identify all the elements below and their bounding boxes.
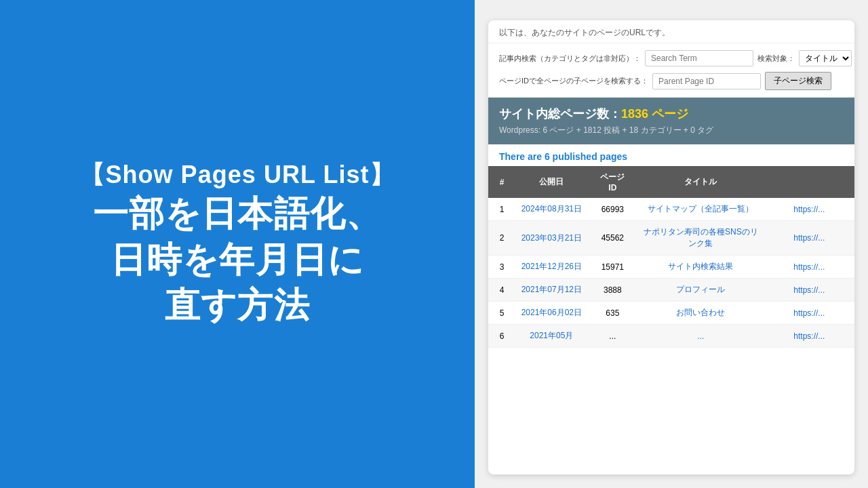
cell-url: https://... xyxy=(764,325,854,348)
cell-num: 2 xyxy=(488,221,515,256)
cell-date: 2021年07月12日 xyxy=(515,279,588,302)
url-link[interactable]: https://... xyxy=(793,262,825,272)
stats-detail: Wordpress: 6 ページ + 1812 投稿 + 18 カテゴリー + … xyxy=(499,125,844,136)
table-row: 22023年03月21日45562ナポリタン寿司の各種SNSのリンク集https… xyxy=(488,221,854,256)
cell-title: ナポリタン寿司の各種SNSのリンク集 xyxy=(637,221,764,256)
cell-title: ... xyxy=(637,325,764,348)
table-header-row: # 公開日 ページID タイトル xyxy=(488,166,854,198)
cell-title: プロフィール xyxy=(637,279,764,302)
cell-url: https://... xyxy=(764,302,854,325)
url-link[interactable]: https://... xyxy=(793,308,825,318)
stats-title: サイト内総ページ数：1836 ページ xyxy=(499,106,844,122)
th-title: タイトル xyxy=(637,166,764,198)
left-title-line1: 【Show Pages URL List】 xyxy=(80,159,394,191)
table-row: 62021年05月......https://... xyxy=(488,325,854,348)
cell-id: 635 xyxy=(588,302,637,325)
title-link[interactable]: ナポリタン寿司の各種SNSのリンク集 xyxy=(644,227,758,248)
left-title-line2: 一部を日本語化、 xyxy=(80,191,394,237)
subpage-input[interactable] xyxy=(652,73,761,89)
left-title: 【Show Pages URL List】 一部を日本語化、 日時を年月日に 直… xyxy=(80,159,394,329)
cell-title: お問い合わせ xyxy=(637,302,764,325)
cell-num: 5 xyxy=(488,302,515,325)
cell-title: サイト内検索結果 xyxy=(637,256,764,279)
cell-num: 1 xyxy=(488,198,515,221)
pages-table: # 公開日 ページID タイトル 12024年08月31日66993サイトマップ… xyxy=(488,166,854,348)
url-link[interactable]: https://... xyxy=(793,331,825,341)
published-label: There are 6 published pages xyxy=(488,144,854,166)
cell-date: 2021年12月26日 xyxy=(515,256,588,279)
date-link[interactable]: 2023年03月21日 xyxy=(521,233,582,243)
cell-date: 2024年08月31日 xyxy=(515,198,588,221)
title-link[interactable]: お問い合わせ xyxy=(676,308,725,317)
cell-id: ... xyxy=(588,325,637,348)
date-link[interactable]: 2021年12月26日 xyxy=(521,262,582,271)
cell-date: 2023年03月21日 xyxy=(515,221,588,256)
cell-date: 2021年06月02日 xyxy=(515,302,588,325)
search-row: 記事内検索（カテゴリとタグは非対応）： 検索対象： タイトル Search xyxy=(499,50,844,66)
table-row: 52021年06月02日635お問い合わせhttps://... xyxy=(488,302,854,325)
cell-num: 4 xyxy=(488,279,515,302)
title-link[interactable]: プロフィール xyxy=(676,285,725,294)
url-link[interactable]: https://... xyxy=(793,285,825,295)
table-row: 42021年07月12日3888プロフィールhttps://... xyxy=(488,279,854,302)
search-area: 記事内検索（カテゴリとタグは非対応）： 検索対象： タイトル Search ペー… xyxy=(488,43,854,98)
cell-id: 45562 xyxy=(588,221,637,256)
top-note: 以下は、あなたのサイトのページのURLです。 xyxy=(488,20,854,43)
date-link[interactable]: 2021年06月02日 xyxy=(521,308,582,317)
cell-url: https://... xyxy=(764,221,854,256)
cell-date: 2021年05月 xyxy=(515,325,588,348)
date-link[interactable]: 2021年07月12日 xyxy=(521,285,582,294)
stats-count: 1836 ページ xyxy=(621,107,688,121)
cell-id: 3888 xyxy=(588,279,637,302)
left-title-line3: 日時を年月日に xyxy=(80,237,394,283)
search-label: 記事内検索（カテゴリとタグは非対応）： xyxy=(499,54,641,64)
cell-url: https://... xyxy=(764,256,854,279)
subpage-row: ページIDで全ページの子ページを検索する： 子ページ検索 xyxy=(499,72,844,90)
cell-title: サイトマップ（全記事一覧） xyxy=(637,198,764,221)
cell-url: https://... xyxy=(764,279,854,302)
url-link[interactable]: https://... xyxy=(793,233,825,243)
cell-url: https://... xyxy=(764,198,854,221)
left-panel: 【Show Pages URL List】 一部を日本語化、 日時を年月日に 直… xyxy=(0,0,475,488)
cell-num: 6 xyxy=(488,325,515,348)
th-num: # xyxy=(488,166,515,198)
date-link[interactable]: 2024年08月31日 xyxy=(521,204,582,214)
title-link[interactable]: サイトマップ（全記事一覧） xyxy=(648,204,753,214)
cell-id: 15971 xyxy=(588,256,637,279)
cell-num: 3 xyxy=(488,256,515,279)
url-link[interactable]: https://... xyxy=(793,205,825,214)
right-panel: 以下は、あなたのサイトのページのURLです。 記事内検索（カテゴリとタグは非対応… xyxy=(475,0,868,488)
subpage-label: ページIDで全ページの子ページを検索する： xyxy=(499,76,648,86)
search-select[interactable]: タイトル xyxy=(799,50,852,66)
table-row: 32021年12月26日15971サイト内検索結果https://... xyxy=(488,256,854,279)
table-row: 12024年08月31日66993サイトマップ（全記事一覧）https://..… xyxy=(488,198,854,221)
th-url xyxy=(764,166,854,198)
right-content: 以下は、あなたのサイトのページのURLです。 記事内検索（カテゴリとタグは非対応… xyxy=(488,20,854,474)
left-title-line4: 直す方法 xyxy=(80,283,394,329)
th-date: 公開日 xyxy=(515,166,588,198)
title-link[interactable]: ... xyxy=(697,331,704,341)
search-target-label: 検索対象： xyxy=(757,54,795,64)
cell-id: 66993 xyxy=(588,198,637,221)
title-link[interactable]: サイト内検索結果 xyxy=(668,262,733,271)
subpage-button[interactable]: 子ページ検索 xyxy=(765,72,831,90)
stats-title-text: サイト内総ページ数： xyxy=(499,107,621,121)
search-input[interactable] xyxy=(645,50,753,66)
th-id: ページID xyxy=(588,166,637,198)
stats-box: サイト内総ページ数：1836 ページ Wordpress: 6 ページ + 18… xyxy=(488,98,854,144)
date-link[interactable]: 2021年05月 xyxy=(530,331,573,340)
